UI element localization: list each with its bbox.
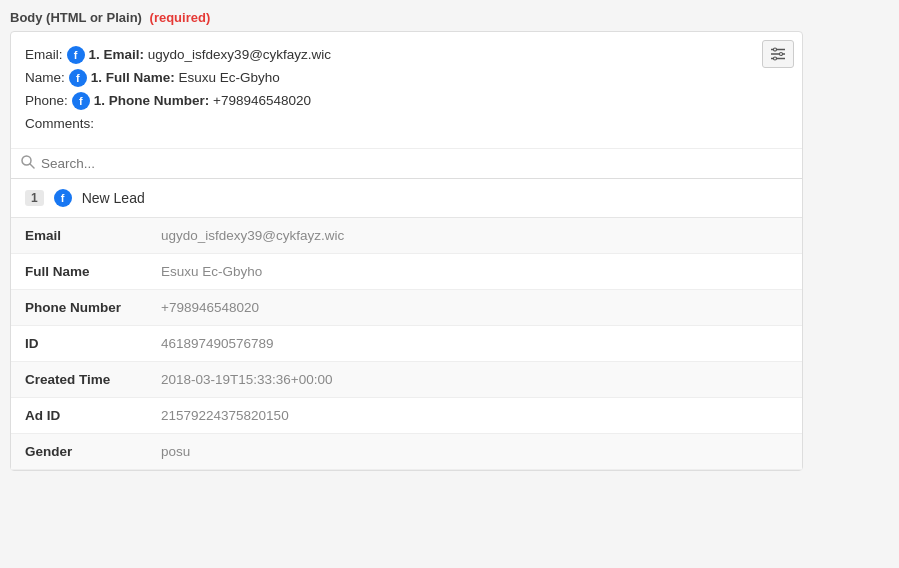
main-box: Email: f 1. Email: ugydo_isfdexy39@cykfa… bbox=[10, 31, 803, 471]
data-row-created-time: Created Time 2018-03-19T15:33:36+00:00 bbox=[11, 362, 802, 398]
search-bar bbox=[11, 149, 802, 179]
email-line: Email: f 1. Email: ugydo_isfdexy39@cykfa… bbox=[25, 44, 762, 67]
svg-point-5 bbox=[774, 57, 777, 60]
data-row-ad-id: Ad ID 21579224375820150 bbox=[11, 398, 802, 434]
data-row-fullname: Full Name Esuxu Ec-Gbyho bbox=[11, 254, 802, 290]
data-row-gender: Gender posu bbox=[11, 434, 802, 470]
svg-line-7 bbox=[30, 164, 34, 168]
facebook-icon-name: f bbox=[69, 69, 87, 87]
gear-icon bbox=[770, 47, 786, 61]
facebook-icon-email: f bbox=[67, 46, 85, 64]
phone-line: Phone: f 1. Phone Number: +798946548020 bbox=[25, 90, 762, 113]
data-row-email: Email ugydo_isfdexy39@cykfayz.wic bbox=[11, 218, 802, 254]
comments-line: Comments: bbox=[25, 113, 762, 136]
svg-point-4 bbox=[780, 53, 783, 56]
svg-point-3 bbox=[774, 48, 777, 51]
new-lead-row: 1 f New Lead bbox=[11, 179, 802, 218]
name-line: Name: f 1. Full Name: Esuxu Ec-Gbyho bbox=[25, 67, 762, 90]
facebook-icon-lead: f bbox=[54, 189, 72, 207]
section-label: Body (HTML or Plain) (required) bbox=[10, 10, 889, 25]
body-content: Email: f 1. Email: ugydo_isfdexy39@cykfa… bbox=[11, 32, 802, 149]
search-input[interactable] bbox=[41, 156, 792, 171]
gear-settings-button[interactable] bbox=[762, 40, 794, 68]
search-icon bbox=[21, 155, 35, 172]
new-lead-label: New Lead bbox=[82, 190, 145, 206]
facebook-icon-phone: f bbox=[72, 92, 90, 110]
results-scroll-area[interactable]: 1 f New Lead Email ugydo_isfdexy39@cykfa… bbox=[11, 179, 802, 470]
data-row-id: ID 461897490576789 bbox=[11, 326, 802, 362]
data-row-phone: Phone Number +798946548020 bbox=[11, 290, 802, 326]
lead-index-badge: 1 bbox=[25, 190, 44, 206]
